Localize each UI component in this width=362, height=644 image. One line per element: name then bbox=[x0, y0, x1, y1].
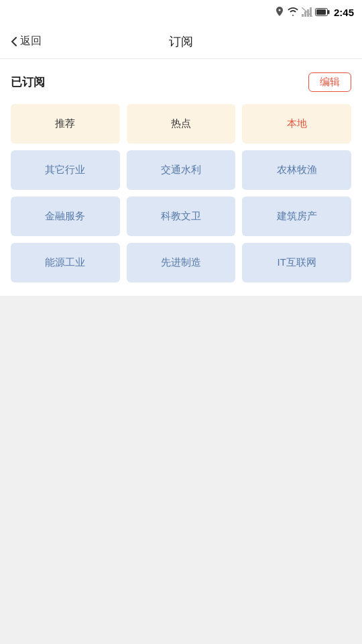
back-label: 返回 bbox=[20, 34, 42, 48]
status-icons bbox=[275, 7, 330, 17]
tag-item[interactable]: 农林牧渔 bbox=[242, 150, 351, 190]
tag-item[interactable]: 先进制造 bbox=[127, 243, 236, 282]
battery-icon bbox=[315, 8, 330, 16]
status-time: 2:45 bbox=[334, 7, 354, 18]
tag-item[interactable]: 建筑房产 bbox=[242, 197, 351, 236]
svg-rect-6 bbox=[328, 10, 330, 14]
tag-item[interactable]: IT互联网 bbox=[242, 243, 351, 282]
status-bar: 2:45 bbox=[0, 0, 362, 24]
svg-rect-1 bbox=[304, 11, 306, 17]
tag-item[interactable]: 能源工业 bbox=[11, 243, 120, 282]
section-title: 已订阅 bbox=[11, 74, 45, 90]
section-header: 已订阅 编辑 bbox=[11, 72, 351, 92]
bottom-area bbox=[0, 296, 362, 644]
svg-rect-7 bbox=[316, 9, 326, 15]
signal-icon bbox=[302, 7, 312, 17]
svg-rect-0 bbox=[302, 14, 304, 17]
location-icon bbox=[275, 7, 284, 17]
back-button[interactable]: 返回 bbox=[11, 34, 42, 48]
main-content: 已订阅 编辑 推荐热点本地其它行业交通水利农林牧渔金融服务科教文卫建筑房产能源工… bbox=[0, 59, 362, 296]
tag-item[interactable]: 金融服务 bbox=[11, 197, 120, 236]
nav-title: 订阅 bbox=[169, 34, 193, 50]
tag-item[interactable]: 本地 bbox=[242, 104, 351, 144]
tag-item[interactable]: 其它行业 bbox=[11, 150, 120, 190]
tag-item[interactable]: 推荐 bbox=[11, 104, 120, 144]
tag-item[interactable]: 热点 bbox=[127, 104, 236, 144]
nav-bar: 返回 订阅 bbox=[0, 24, 362, 59]
tags-grid: 推荐热点本地其它行业交通水利农林牧渔金融服务科教文卫建筑房产能源工业先进制造IT… bbox=[11, 104, 351, 282]
back-icon bbox=[11, 36, 17, 47]
wifi-icon bbox=[287, 7, 299, 17]
edit-button[interactable]: 编辑 bbox=[308, 72, 351, 92]
tag-item[interactable]: 交通水利 bbox=[127, 150, 236, 190]
tag-item[interactable]: 科教文卫 bbox=[127, 197, 236, 236]
